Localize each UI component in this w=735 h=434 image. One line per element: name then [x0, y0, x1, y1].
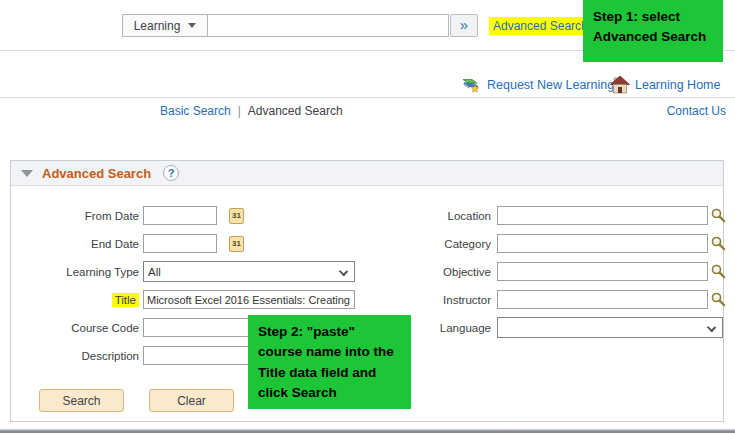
- category-label: Category: [403, 238, 491, 250]
- help-icon[interactable]: ?: [163, 165, 179, 181]
- advanced-search-panel-header: Advanced Search ?: [11, 161, 723, 186]
- learning-home-label: Learning Home: [635, 78, 720, 92]
- annotation-step1: Step 1: select Advanced Search: [583, 0, 723, 62]
- category-input[interactable]: [497, 234, 708, 253]
- search-mode-row: Basic Search|Advanced Search Contact Us: [0, 104, 735, 124]
- search-button[interactable]: Search: [39, 389, 124, 412]
- divider-nav: [0, 97, 735, 98]
- lookup-magnifier-icon[interactable]: [711, 208, 726, 223]
- description-label: Description: [31, 350, 139, 362]
- language-label: Language: [403, 322, 491, 334]
- learning-search-page: Learning » Advanced Search Step 1: selec…: [0, 0, 735, 434]
- dropdown-arrow-icon: [188, 23, 196, 28]
- objective-label: Objective: [403, 266, 491, 278]
- search-scope-label: Learning: [134, 19, 181, 33]
- category-row: Category: [11, 233, 725, 254]
- advanced-search-current: Advanced Search: [248, 104, 343, 118]
- panel-title: Advanced Search: [42, 166, 151, 181]
- clear-button[interactable]: Clear: [149, 389, 234, 412]
- learning-home-link[interactable]: Learning Home: [610, 75, 720, 94]
- location-label: Location: [403, 210, 491, 222]
- objective-row: Objective: [11, 261, 725, 282]
- contact-us-link[interactable]: Contact Us: [667, 104, 726, 118]
- annotation-step2: Step 2: "paste" course name into the Tit…: [248, 315, 411, 409]
- bottom-section-edge: [0, 429, 735, 433]
- search-go-button[interactable]: »: [450, 14, 478, 37]
- request-new-learning-link[interactable]: Request New Learning: [461, 75, 614, 94]
- home-icon: [610, 75, 630, 94]
- advanced-search-link-highlighted[interactable]: Advanced Search: [489, 17, 592, 35]
- search-scope-dropdown[interactable]: Learning: [122, 14, 208, 37]
- instructor-label: Instructor: [403, 294, 491, 306]
- books-star-icon: [461, 75, 482, 94]
- nav-separator: |: [238, 104, 241, 118]
- lookup-magnifier-icon[interactable]: [711, 292, 726, 307]
- objective-input[interactable]: [497, 262, 708, 281]
- basic-search-link[interactable]: Basic Search: [160, 104, 231, 118]
- instructor-input[interactable]: [497, 290, 708, 309]
- instructor-row: Instructor: [11, 289, 725, 310]
- lookup-magnifier-icon[interactable]: [711, 236, 726, 251]
- global-search-input[interactable]: [207, 14, 449, 37]
- location-row: Location: [11, 205, 725, 226]
- location-input[interactable]: [497, 206, 708, 225]
- collapse-triangle-icon[interactable]: [21, 170, 33, 177]
- chevron-down-icon: [707, 323, 716, 332]
- nav-action-row: Request New Learning Learning Home: [0, 71, 735, 97]
- language-select[interactable]: [497, 317, 723, 338]
- lookup-magnifier-icon[interactable]: [711, 264, 726, 279]
- request-new-learning-label: Request New Learning: [487, 78, 614, 92]
